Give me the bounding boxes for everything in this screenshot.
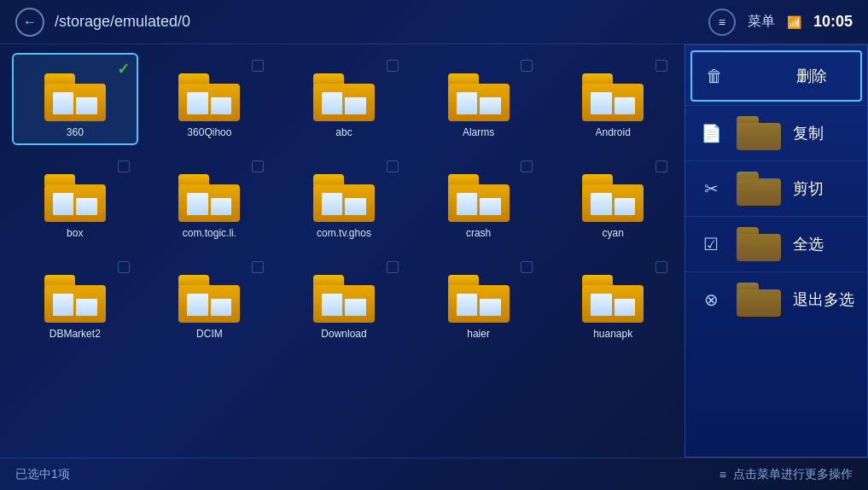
file-corner-indicator [655,60,667,72]
menu-folder-thumb [737,116,781,150]
main-content: ✓ 360 360Qihoo [0,44,868,458]
file-name-label: haier [467,328,490,340]
file-item[interactable]: DCIM [147,254,273,347]
folder-icon [448,174,510,222]
folder-icon [448,275,510,323]
folder-icon [44,275,106,323]
cut-icon: ✂ [697,175,725,202]
file-item[interactable]: Android [550,53,676,145]
context-menu-item-copy[interactable]: 📄 复制 [685,108,867,159]
file-check-icon: ✓ [117,60,130,79]
file-item[interactable]: cyan [550,154,676,246]
file-corner-indicator [118,261,130,273]
menu-item-label: 退出多选 [793,289,854,310]
menu-folder-thumb [737,283,781,317]
file-item[interactable]: 360Qihoo [147,53,273,145]
file-item[interactable]: crash [416,154,542,246]
select-all-icon: ☑ [697,230,725,258]
footer-menu-icon: ≡ [719,468,726,481]
file-name-label: com.tv.ghos [317,227,371,239]
folder-icon [178,73,240,121]
file-name-label: 360 [67,126,84,138]
file-corner-indicator [387,60,399,72]
file-name-label: crash [466,227,491,239]
menu-separator [685,105,867,106]
path-text: /storage/emulated/0 [55,13,190,31]
file-grid: ✓ 360 360Qihoo [12,53,676,347]
file-item[interactable]: abc [281,53,407,145]
file-name-label: cyan [603,227,624,239]
menu-folder-thumb [737,172,781,206]
file-corner-indicator [521,60,533,72]
folder-icon [178,275,240,323]
context-menu-item-delete[interactable]: 🗑 删除 [690,50,862,102]
file-item[interactable]: haier [416,254,542,347]
folder-icon [313,73,375,121]
file-corner-indicator [655,160,667,172]
folder-icon [44,174,106,222]
folder-icon [582,174,644,222]
file-item[interactable]: huanapk [550,254,676,347]
menu-item-label: 剪切 [793,178,824,199]
file-name-label: 360Qihoo [187,126,231,138]
context-menu-item-exit-multi[interactable]: ⊗ 退出多选 [685,274,867,325]
footer-left: 已选中1项 [15,467,70,482]
file-item[interactable]: box [12,154,138,246]
file-grid-area: ✓ 360 360Qihoo [0,44,684,458]
time-display: 10:05 [813,13,853,31]
folder-icon [44,73,106,121]
menu-item-label: 全选 [793,234,824,254]
folder-icon [448,73,510,121]
file-name-label: Alarms [463,126,494,138]
file-corner-indicator [521,160,533,172]
header-left: ← /storage/emulated/0 [15,8,190,37]
delete-icon: 🗑 [701,62,728,90]
file-name-label: DBMarket2 [50,328,101,340]
folder-icon [313,174,375,222]
file-corner-indicator [521,261,533,273]
file-item[interactable]: com.togic.li. [147,154,273,246]
file-item[interactable]: ✓ 360 [12,53,138,145]
exit-multi-icon: ⊗ [697,286,725,313]
menu-separator [685,160,867,161]
file-name-label: huanapk [593,328,632,340]
file-corner-indicator [252,160,264,172]
file-corner-indicator [118,160,130,172]
file-corner-indicator [252,261,264,273]
file-name-label: Android [596,126,631,138]
file-corner-indicator [252,60,264,72]
folder-icon [582,73,644,121]
file-name-label: box [67,227,83,239]
file-corner-indicator [387,160,399,172]
menu-separator [685,271,867,272]
menu-item-label: 复制 [793,123,824,143]
selected-count-text: 已选中1项 [15,467,70,482]
footer: 已选中1项 ≡ 点击菜单进行更多操作 [0,458,868,490]
folder-icon [178,174,240,222]
file-item[interactable]: Download [281,254,407,347]
folder-icon [313,275,375,323]
footer-right: ≡ 点击菜单进行更多操作 [719,467,853,482]
copy-icon: 📄 [697,120,725,147]
back-button[interactable]: ← [15,8,44,37]
menu-separator [685,216,867,217]
file-item[interactable]: DBMarket2 [12,254,138,347]
file-item[interactable]: com.tv.ghos [281,154,407,246]
folder-icon [582,275,644,323]
menu-label: 菜单 [748,13,775,31]
file-name-label: abc [335,126,352,138]
context-menu-item-select-all[interactable]: ☑ 全选 [685,219,867,270]
context-menu: 🗑 删除📄 复制✂ 剪切☑ 全选⊗ 退出多选 [684,44,868,458]
file-name-label: DCIM [196,328,223,340]
menu-icon-button[interactable]: ≡ [708,9,736,36]
file-corner-indicator [655,261,667,273]
header: ← /storage/emulated/0 ≡ 菜单 📶 10:05 [0,0,868,44]
menu-item-label: 删除 [796,66,827,86]
menu-folder-thumb [737,227,781,261]
file-name-label: Download [321,328,366,340]
header-right: ≡ 菜单 📶 10:05 [708,9,853,36]
file-corner-indicator [387,261,399,273]
wifi-icon: 📶 [787,15,801,29]
file-item[interactable]: Alarms [416,53,542,145]
context-menu-item-cut[interactable]: ✂ 剪切 [685,163,867,214]
